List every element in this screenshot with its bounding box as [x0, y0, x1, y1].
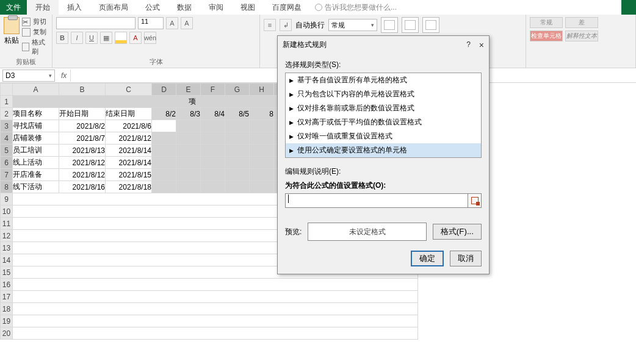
row-header[interactable]: 20 — [1, 327, 13, 340]
tab-view[interactable]: 视图 — [232, 0, 264, 15]
row-header[interactable]: 5 — [1, 145, 13, 157]
tab-layout[interactable]: 页面布局 — [90, 0, 137, 15]
cell[interactable]: 2021/8/18 — [106, 181, 152, 193]
col-header[interactable]: E — [176, 84, 201, 96]
cell[interactable]: 寻找店铺 — [13, 120, 59, 132]
row-header[interactable]: 17 — [1, 291, 13, 303]
cell[interactable]: 2021/8/12 — [106, 132, 152, 145]
col-header[interactable]: G — [225, 84, 250, 96]
tab-home[interactable]: 开始 — [27, 0, 59, 15]
cell[interactable]: 2021/8/7 — [59, 132, 106, 145]
row-header[interactable]: 13 — [1, 242, 13, 254]
cell[interactable]: 8/3 — [176, 108, 201, 120]
cell[interactable]: 店铺装修 — [13, 132, 59, 145]
cell[interactable]: 员工培训 — [13, 145, 59, 157]
tab-review[interactable]: 审阅 — [200, 0, 232, 15]
row-header[interactable]: 12 — [1, 230, 13, 242]
decrease-font-button[interactable]: A — [181, 17, 193, 29]
row-header[interactable]: 2 — [1, 108, 13, 120]
cell-styles-button[interactable] — [422, 17, 439, 33]
row-header[interactable]: 7 — [1, 169, 13, 181]
cell[interactable]: 8 — [250, 108, 274, 120]
copy-button[interactable]: 复制 — [22, 27, 48, 37]
row-header[interactable]: 16 — [1, 279, 13, 291]
range-selector-button[interactable] — [468, 193, 482, 208]
col-header[interactable]: C — [106, 84, 152, 96]
number-format-combo[interactable]: 常规▾ — [328, 19, 377, 31]
format-button[interactable]: 格式(F)... — [433, 224, 482, 240]
rule-type-item[interactable]: ▶仅对唯一值或重复值设置格式 — [286, 129, 481, 143]
rule-type-item[interactable]: ▶只为包含以下内容的单元格设置格式 — [286, 87, 481, 101]
cell[interactable]: 8/2 — [152, 108, 176, 120]
row-header[interactable]: 8 — [1, 181, 13, 193]
wrap-text-button[interactable]: 自动换行 — [295, 20, 325, 30]
ribbon-collapse[interactable] — [621, 0, 636, 15]
bold-button[interactable]: B — [56, 32, 68, 44]
cell[interactable]: 线下活动 — [13, 181, 59, 193]
tab-formula[interactable]: 公式 — [137, 0, 168, 15]
close-button[interactable]: × — [479, 40, 484, 50]
fx-button[interactable]: fx — [61, 71, 67, 80]
cell[interactable]: 结束日期 — [106, 108, 152, 120]
cell[interactable]: 2021/8/15 — [106, 169, 152, 181]
cell[interactable]: 2021/8/13 — [59, 145, 106, 157]
row-header[interactable]: 11 — [1, 218, 13, 230]
tell-me-search[interactable]: 告诉我您想要做什么... — [310, 0, 402, 15]
style-check[interactable]: 检查单元格 — [530, 30, 563, 41]
help-button[interactable]: ? — [466, 40, 471, 50]
col-header[interactable]: D — [152, 84, 176, 96]
cut-button[interactable]: ✂剪切 — [22, 17, 48, 26]
cell[interactable]: 开始日期 — [59, 108, 106, 120]
fill-color-button[interactable] — [115, 32, 127, 44]
cell[interactable]: 2021/8/12 — [59, 157, 106, 169]
phonetic-button[interactable]: wén — [144, 32, 156, 44]
style-normal[interactable]: 常规 — [530, 17, 563, 28]
underline-button[interactable]: U — [85, 32, 98, 44]
cell[interactable]: 项目名称 — [13, 108, 59, 120]
cell[interactable]: 线上活动 — [13, 157, 59, 169]
active-cell[interactable] — [152, 120, 176, 132]
italic-button[interactable]: I — [71, 32, 83, 44]
cell[interactable]: 8/5 — [225, 108, 250, 120]
name-box[interactable]: D3 ▾ — [2, 70, 55, 82]
align-top-button[interactable]: ≡ — [264, 19, 276, 31]
rule-type-list[interactable]: ▶基于各自值设置所有单元格的格式 ▶只为包含以下内容的单元格设置格式 ▶仅对排名… — [285, 73, 482, 158]
tab-file[interactable]: 文件 — [0, 0, 27, 15]
rule-type-item[interactable]: ▶基于各自值设置所有单元格的格式 — [286, 73, 481, 87]
select-all[interactable] — [1, 84, 13, 96]
col-header[interactable]: B — [59, 84, 106, 96]
tab-baidu[interactable]: 百度网盘 — [264, 0, 310, 15]
border-button[interactable]: ▦ — [100, 32, 112, 44]
col-header[interactable]: F — [201, 84, 225, 96]
rule-type-item[interactable]: ▶仅对高于或低于平均值的数值设置格式 — [286, 115, 481, 129]
row-header[interactable]: 4 — [1, 132, 13, 145]
cancel-button[interactable]: 取消 — [450, 251, 482, 266]
row-header[interactable]: 6 — [1, 157, 13, 169]
font-name-combo[interactable] — [56, 17, 136, 29]
row-header[interactable]: 3 — [1, 120, 13, 132]
tab-insert[interactable]: 插入 — [59, 0, 90, 15]
cell[interactable]: 2021/8/12 — [59, 169, 106, 181]
row-header[interactable]: 9 — [1, 193, 13, 205]
cell[interactable]: 2021/8/14 — [106, 145, 152, 157]
cell[interactable]: 开店准备 — [13, 169, 59, 181]
col-header[interactable]: A — [13, 84, 59, 96]
col-header[interactable]: H — [250, 84, 274, 96]
row-header[interactable]: 15 — [1, 266, 13, 279]
rule-type-item-selected[interactable]: ▶使用公式确定要设置格式的单元格 — [286, 143, 481, 157]
row-header[interactable]: 1 — [1, 96, 13, 108]
ok-button[interactable]: 确定 — [411, 251, 444, 266]
font-color-button[interactable]: A — [129, 32, 142, 44]
painter-button[interactable]: 格式刷 — [22, 38, 48, 56]
font-size-combo[interactable]: 11 — [138, 17, 164, 29]
row-header[interactable]: 18 — [1, 303, 13, 315]
row-header[interactable]: 10 — [1, 205, 13, 218]
conditional-format-button[interactable] — [381, 17, 398, 33]
tab-data[interactable]: 数据 — [168, 0, 200, 15]
increase-font-button[interactable]: A — [166, 17, 178, 29]
paste-button[interactable]: 粘贴 — [4, 17, 20, 56]
table-format-button[interactable] — [402, 17, 419, 33]
cell[interactable]: 2021/8/2 — [59, 120, 106, 132]
cell[interactable]: 2021/8/6 — [106, 120, 152, 132]
cell[interactable]: 2021/8/16 — [59, 181, 106, 193]
